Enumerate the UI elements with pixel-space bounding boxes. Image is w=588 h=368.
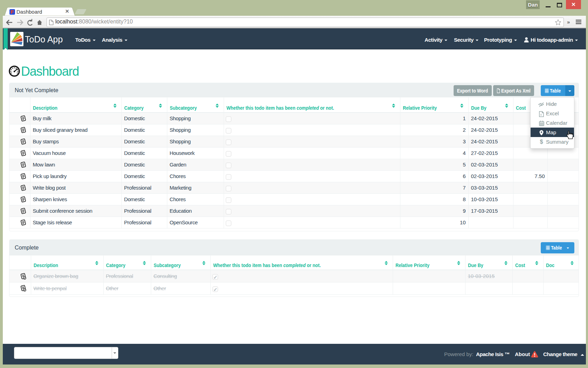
- svg-text:x: x: [540, 113, 542, 116]
